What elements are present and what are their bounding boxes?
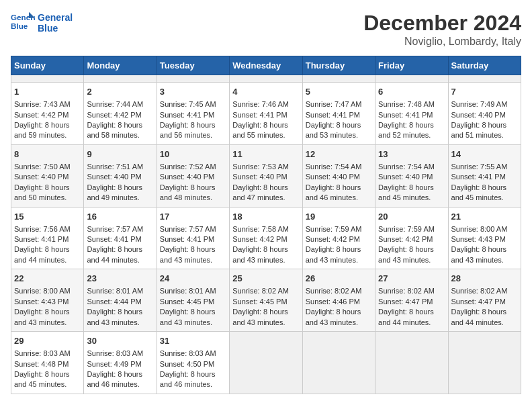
sunset-text: Sunset: 4:42 PM bbox=[378, 235, 433, 243]
day-number: 5 bbox=[306, 86, 372, 98]
daylight-text: Daylight: 8 hours and 43 minutes. bbox=[14, 308, 70, 326]
daylight-text: Daylight: 8 hours and 46 minutes. bbox=[160, 370, 216, 388]
day-number: 3 bbox=[160, 86, 226, 98]
logo: General Blue GeneralBlue bbox=[11, 11, 73, 35]
sunrise-text: Sunrise: 7:50 AM bbox=[14, 163, 71, 171]
daylight-text: Daylight: 8 hours and 48 minutes. bbox=[160, 183, 216, 201]
day-number: 17 bbox=[160, 211, 226, 223]
day-number: 23 bbox=[87, 273, 153, 285]
sunrise-text: Sunrise: 8:03 AM bbox=[14, 349, 71, 357]
sunrise-text: Sunrise: 7:46 AM bbox=[232, 100, 289, 108]
sunset-text: Sunset: 4:41 PM bbox=[160, 235, 214, 243]
calendar-cell: 13Sunrise: 7:54 AMSunset: 4:40 PMDayligh… bbox=[375, 144, 448, 207]
calendar-cell: 12Sunrise: 7:54 AMSunset: 4:40 PMDayligh… bbox=[302, 144, 375, 207]
calendar-cell: 29Sunrise: 8:03 AMSunset: 4:48 PMDayligh… bbox=[11, 332, 84, 394]
day-number: 9 bbox=[87, 148, 153, 161]
calendar-cell: 20Sunrise: 7:59 AMSunset: 4:42 PMDayligh… bbox=[375, 207, 448, 269]
month-title: December 2024 bbox=[363, 11, 521, 36]
daylight-text: Daylight: 8 hours and 58 minutes. bbox=[87, 121, 142, 139]
day-number: 25 bbox=[232, 273, 299, 285]
sunset-text: Sunset: 4:43 PM bbox=[14, 298, 69, 306]
daylight-text: Daylight: 8 hours and 53 minutes. bbox=[306, 121, 361, 139]
calendar-cell bbox=[448, 75, 521, 83]
daylight-text: Daylight: 8 hours and 47 minutes. bbox=[232, 183, 288, 201]
sunrise-text: Sunrise: 7:53 AM bbox=[232, 163, 289, 171]
calendar-cell: 3Sunrise: 7:45 AMSunset: 4:41 PMDaylight… bbox=[157, 83, 229, 145]
sunset-text: Sunset: 4:40 PM bbox=[160, 173, 214, 181]
sunset-text: Sunset: 4:40 PM bbox=[451, 111, 506, 119]
col-header-thursday: Thursday bbox=[302, 56, 375, 75]
calendar-cell: 25Sunrise: 8:02 AMSunset: 4:45 PMDayligh… bbox=[230, 269, 302, 332]
sunset-text: Sunset: 4:47 PM bbox=[451, 298, 506, 306]
col-header-saturday: Saturday bbox=[448, 56, 521, 75]
location-title: Noviglio, Lombardy, Italy bbox=[363, 36, 521, 48]
daylight-text: Daylight: 8 hours and 55 minutes. bbox=[232, 121, 288, 139]
daylight-text: Daylight: 8 hours and 43 minutes. bbox=[87, 308, 142, 326]
calendar-cell: 10Sunrise: 7:52 AMSunset: 4:40 PMDayligh… bbox=[157, 144, 229, 207]
week-row-0 bbox=[11, 75, 521, 83]
calendar-cell: 18Sunrise: 7:58 AMSunset: 4:42 PMDayligh… bbox=[230, 207, 302, 269]
sunset-text: Sunset: 4:42 PM bbox=[306, 235, 360, 243]
sunrise-text: Sunrise: 7:59 AM bbox=[306, 225, 362, 233]
sunset-text: Sunset: 4:42 PM bbox=[14, 111, 69, 119]
col-header-friday: Friday bbox=[375, 56, 448, 75]
calendar-cell: 9Sunrise: 7:51 AMSunset: 4:40 PMDaylight… bbox=[84, 144, 157, 207]
calendar-cell bbox=[302, 75, 375, 83]
sunset-text: Sunset: 4:40 PM bbox=[232, 173, 287, 181]
day-number: 27 bbox=[378, 273, 445, 285]
sunrise-text: Sunrise: 8:02 AM bbox=[378, 287, 435, 295]
day-number: 10 bbox=[160, 148, 226, 161]
daylight-text: Daylight: 8 hours and 56 minutes. bbox=[160, 121, 216, 139]
daylight-text: Daylight: 8 hours and 45 minutes. bbox=[14, 370, 70, 388]
daylight-text: Daylight: 8 hours and 46 minutes. bbox=[87, 370, 142, 388]
sunset-text: Sunset: 4:43 PM bbox=[451, 235, 506, 243]
sunset-text: Sunset: 4:40 PM bbox=[14, 173, 69, 181]
sunrise-text: Sunrise: 8:01 AM bbox=[87, 287, 143, 295]
sunrise-text: Sunrise: 7:57 AM bbox=[160, 225, 216, 233]
sunset-text: Sunset: 4:46 PM bbox=[306, 298, 360, 306]
sunrise-text: Sunrise: 7:59 AM bbox=[378, 225, 435, 233]
calendar-cell: 15Sunrise: 7:56 AMSunset: 4:41 PMDayligh… bbox=[11, 207, 84, 269]
calendar-header-row: SundayMondayTuesdayWednesdayThursdayFrid… bbox=[11, 56, 521, 75]
daylight-text: Daylight: 8 hours and 44 minutes. bbox=[87, 245, 142, 263]
day-number: 31 bbox=[160, 335, 226, 347]
calendar-cell: 2Sunrise: 7:44 AMSunset: 4:42 PMDaylight… bbox=[84, 83, 157, 145]
day-number: 6 bbox=[378, 86, 445, 98]
week-row-2: 8Sunrise: 7:50 AMSunset: 4:40 PMDaylight… bbox=[11, 144, 521, 207]
sunrise-text: Sunrise: 7:44 AM bbox=[87, 100, 143, 108]
sunset-text: Sunset: 4:45 PM bbox=[160, 298, 214, 306]
daylight-text: Daylight: 8 hours and 51 minutes. bbox=[451, 121, 507, 139]
calendar-cell: 19Sunrise: 7:59 AMSunset: 4:42 PMDayligh… bbox=[302, 207, 375, 269]
sunrise-text: Sunrise: 7:43 AM bbox=[14, 100, 71, 108]
sunset-text: Sunset: 4:42 PM bbox=[232, 235, 287, 243]
daylight-text: Daylight: 8 hours and 43 minutes. bbox=[306, 308, 361, 326]
col-header-sunday: Sunday bbox=[11, 56, 84, 75]
sunrise-text: Sunrise: 7:57 AM bbox=[87, 225, 143, 233]
day-number: 26 bbox=[306, 273, 372, 285]
day-number: 4 bbox=[232, 86, 299, 98]
sunset-text: Sunset: 4:41 PM bbox=[378, 111, 433, 119]
daylight-text: Daylight: 8 hours and 43 minutes. bbox=[232, 245, 288, 263]
week-row-1: 1Sunrise: 7:43 AMSunset: 4:42 PMDaylight… bbox=[11, 83, 521, 145]
sunrise-text: Sunrise: 7:45 AM bbox=[160, 100, 216, 108]
col-header-monday: Monday bbox=[84, 56, 157, 75]
page-header: General Blue GeneralBlue December 2024 N… bbox=[11, 11, 521, 48]
sunset-text: Sunset: 4:41 PM bbox=[232, 111, 287, 119]
sunset-text: Sunset: 4:41 PM bbox=[306, 111, 360, 119]
calendar-cell: 11Sunrise: 7:53 AMSunset: 4:40 PMDayligh… bbox=[230, 144, 302, 207]
sunset-text: Sunset: 4:40 PM bbox=[306, 173, 360, 181]
sunrise-text: Sunrise: 8:02 AM bbox=[451, 287, 508, 295]
sunset-text: Sunset: 4:41 PM bbox=[160, 111, 214, 119]
daylight-text: Daylight: 8 hours and 43 minutes. bbox=[451, 245, 507, 263]
sunrise-text: Sunrise: 7:58 AM bbox=[232, 225, 289, 233]
sunset-text: Sunset: 4:50 PM bbox=[160, 360, 214, 368]
sunrise-text: Sunrise: 7:54 AM bbox=[378, 163, 435, 171]
day-number: 24 bbox=[160, 273, 226, 285]
daylight-text: Daylight: 8 hours and 44 minutes. bbox=[14, 245, 70, 263]
col-header-wednesday: Wednesday bbox=[230, 56, 302, 75]
sunrise-text: Sunrise: 8:00 AM bbox=[451, 225, 508, 233]
title-block: December 2024 Noviglio, Lombardy, Italy bbox=[363, 11, 521, 48]
calendar-cell bbox=[230, 75, 302, 83]
daylight-text: Daylight: 8 hours and 46 minutes. bbox=[306, 183, 361, 201]
calendar-cell: 17Sunrise: 7:57 AMSunset: 4:41 PMDayligh… bbox=[157, 207, 229, 269]
